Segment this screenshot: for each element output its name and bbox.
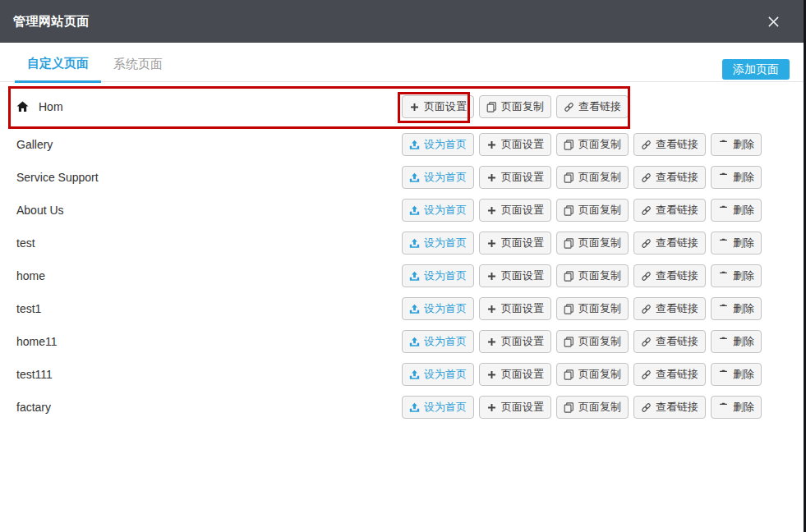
button-label: 删除 [733, 236, 754, 250]
plus-icon [486, 271, 497, 282]
set-home-button[interactable]: 设为首页 [402, 232, 474, 255]
page-settings-button[interactable]: 页面设置 [479, 264, 551, 287]
delete-button[interactable]: 删除 [711, 363, 762, 386]
page-copy-button[interactable]: 页面复制 [556, 232, 629, 255]
page-name: home [16, 269, 45, 282]
page-settings-button[interactable]: 页面设置 [479, 297, 551, 320]
set-home-button[interactable]: 设为首页 [402, 133, 474, 156]
page-copy-button[interactable]: 页面复制 [556, 166, 629, 189]
button-label: 页面复制 [578, 400, 621, 415]
page-actions: 设为首页 页面设置 页面复制 查看链接 删除 [402, 396, 762, 419]
delete-button[interactable]: 删除 [711, 330, 762, 353]
button-label: 页面设置 [501, 301, 544, 316]
page-settings-button[interactable]: 页面设置 [479, 363, 551, 386]
page-name: Service Support [16, 171, 99, 184]
button-label: 页面设置 [501, 334, 544, 349]
page-row: home 设为首页 页面设置 页面复制 查看链接 删除 [0, 259, 806, 292]
page-copy-button[interactable]: 页面复制 [556, 396, 629, 419]
set-home-button[interactable]: 设为首页 [402, 363, 474, 386]
page-copy-button[interactable]: 页面复制 [556, 363, 629, 386]
copy-icon [564, 172, 574, 183]
button-label: 页面设置 [501, 400, 544, 415]
page-actions: 设为首页 页面设置 页面复制 查看链接 删除 [402, 133, 762, 156]
page-copy-button[interactable]: 页面复制 [556, 297, 629, 320]
button-label: 页面复制 [501, 99, 544, 114]
delete-button[interactable]: 删除 [711, 199, 762, 222]
view-link-button[interactable]: 查看链接 [633, 297, 706, 320]
delete-button[interactable]: 删除 [711, 297, 762, 320]
view-link-button[interactable]: 查看链接 [633, 363, 706, 386]
close-button[interactable] [765, 13, 781, 30]
button-label: 查看链接 [656, 268, 698, 283]
page-actions: 设为首页 页面设置 页面复制 查看链接 删除 [402, 264, 762, 287]
delete-button[interactable]: 删除 [711, 166, 762, 189]
page-settings-button[interactable]: 页面设置 [479, 330, 551, 353]
copy-icon [564, 238, 574, 249]
set-home-button[interactable]: 设为首页 [402, 199, 474, 222]
trash-icon [718, 205, 729, 216]
add-page-button[interactable]: 添加页面 [722, 59, 790, 80]
page-settings-button[interactable]: 页面设置 [479, 133, 551, 156]
set-home-button[interactable]: 设为首页 [402, 297, 474, 320]
button-label: 删除 [733, 268, 754, 283]
delete-button[interactable]: 删除 [711, 264, 762, 287]
page-settings-button[interactable]: 页面设置 [479, 199, 551, 222]
upload-icon [409, 304, 420, 314]
plus-icon [486, 205, 497, 216]
view-link-button[interactable]: 查看链接 [633, 166, 706, 189]
page-copy-button[interactable]: 页面复制 [556, 264, 629, 287]
tab-system-pages[interactable]: 系统页面 [101, 57, 175, 81]
view-link-button[interactable]: 查看链接 [633, 133, 706, 156]
set-home-button[interactable]: 设为首页 [402, 264, 474, 287]
delete-button[interactable]: 删除 [711, 133, 762, 156]
link-icon [641, 304, 652, 314]
button-label: 页面复制 [578, 170, 621, 185]
copy-icon [564, 304, 574, 314]
view-link-button[interactable]: 查看链接 [633, 264, 706, 287]
plus-icon [486, 238, 497, 249]
copy-icon [564, 205, 574, 216]
copy-icon [564, 337, 574, 347]
home-icon [16, 101, 29, 112]
page-copy-button[interactable]: 页面复制 [556, 133, 629, 156]
button-label: 查看链接 [656, 301, 698, 316]
link-icon [641, 402, 652, 413]
upload-icon [409, 369, 420, 380]
view-link-button[interactable]: 查看链接 [633, 232, 706, 255]
link-icon [641, 337, 652, 347]
button-label: 页面复制 [578, 334, 621, 349]
set-home-button[interactable]: 设为首页 [402, 396, 474, 419]
trash-icon [718, 402, 729, 413]
page-copy-button[interactable]: 页面复制 [556, 199, 629, 222]
set-home-button[interactable]: 设为首页 [402, 166, 474, 189]
view-link-button[interactable]: 查看链接 [556, 95, 629, 118]
page-copy-button[interactable]: 页面复制 [479, 95, 551, 118]
page-list: Hom 页面设置 页面复制 查看链接 Gallery 设为首页 页面设置 页面复… [0, 85, 806, 424]
page-name: factary [16, 401, 51, 414]
button-label: 页面设置 [501, 137, 544, 152]
delete-button[interactable]: 删除 [711, 396, 762, 419]
view-link-button[interactable]: 查看链接 [633, 199, 706, 222]
page-name: Gallery [16, 138, 53, 151]
page-name: About Us [16, 204, 64, 217]
page-settings-button[interactable]: 页面设置 [479, 166, 551, 189]
view-link-button[interactable]: 查看链接 [633, 330, 706, 353]
button-label: 页面复制 [578, 301, 621, 316]
view-link-button[interactable]: 查看链接 [633, 396, 706, 419]
copy-icon [564, 271, 574, 282]
page-settings-button[interactable]: 页面设置 [479, 396, 551, 419]
set-home-button[interactable]: 设为首页 [402, 330, 474, 353]
close-icon [767, 16, 780, 28]
plus-icon [486, 140, 497, 150]
page-copy-button[interactable]: 页面复制 [556, 330, 629, 353]
page-settings-button[interactable]: 页面设置 [402, 95, 474, 118]
button-label: 页面设置 [501, 268, 544, 283]
upload-icon [409, 140, 420, 150]
page-settings-button[interactable]: 页面设置 [479, 232, 551, 255]
delete-button[interactable]: 删除 [711, 232, 762, 255]
page-row: test1 设为首页 页面设置 页面复制 查看链接 删除 [0, 292, 806, 325]
page-row: Gallery 设为首页 页面设置 页面复制 查看链接 删除 [0, 128, 806, 161]
tab-custom-pages[interactable]: 自定义页面 [15, 56, 101, 83]
page-actions: 设为首页 页面设置 页面复制 查看链接 删除 [402, 166, 762, 189]
button-label: 设为首页 [424, 367, 467, 382]
